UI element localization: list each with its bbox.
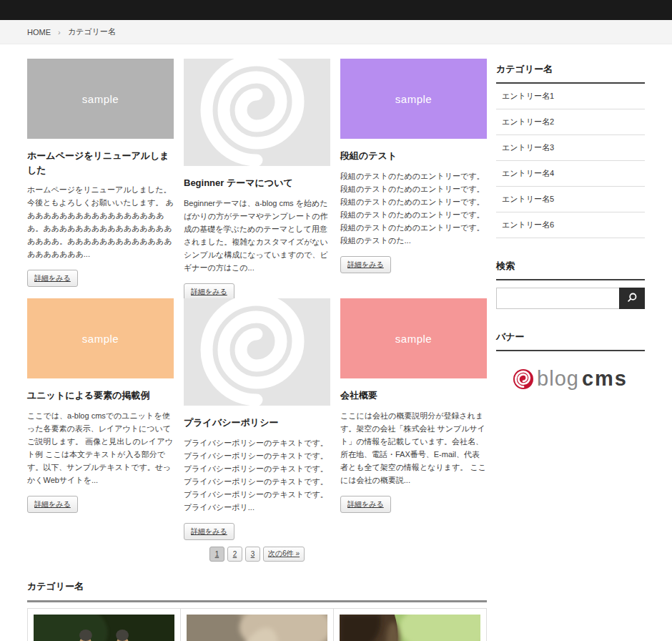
photo-cell xyxy=(28,609,180,641)
photo-deer-thumbnail[interactable] xyxy=(34,615,174,641)
entry-card: sample ホームページをリニューアルしました ホームページをリニューアルしま… xyxy=(27,59,174,298)
breadcrumb: HOME › カテゴリー名 xyxy=(0,20,672,44)
list-item: エントリー名6 xyxy=(496,212,645,238)
sidebar-banner-block: バナー blog cms xyxy=(496,331,645,391)
breadcrumb-current: カテゴリー名 xyxy=(68,26,116,37)
page-button-2[interactable]: 2 xyxy=(227,547,242,562)
sample-image-label: sample xyxy=(395,93,432,105)
sidebar-search-title: 検索 xyxy=(496,260,645,280)
sidebar-entry-link-3[interactable]: エントリー名3 xyxy=(496,135,645,160)
entry-excerpt: ここには会社の概要説明分が登録されます。架空の会社「株式会社 サンプルサイト」の… xyxy=(340,409,487,486)
entry-excerpt: ホームページをリニューアルしました。 今後ともよろしくお願いいたします。 あああ… xyxy=(27,183,174,260)
entry-thumbnail-ablogcms-swirl-icon[interactable] xyxy=(184,298,330,406)
section-rule xyxy=(27,600,487,602)
page-button-1[interactable]: 1 xyxy=(209,547,224,562)
entry-title-link[interactable]: Beginner テーマについて xyxy=(184,176,330,190)
sidebar-entry-link-1[interactable]: エントリー名1 xyxy=(496,84,645,109)
entry-thumbnail[interactable]: sample xyxy=(340,59,487,139)
photo-cell xyxy=(333,609,486,641)
bottom-category-section: カテゴリー名 xyxy=(27,580,487,641)
entry-thumbnail[interactable]: sample xyxy=(27,298,174,378)
entry-title-link[interactable]: 段組のテスト xyxy=(340,149,487,163)
top-header-bar xyxy=(0,0,672,20)
sample-image-label: sample xyxy=(395,333,432,345)
entry-title-link[interactable]: プライバシーポリシー xyxy=(184,416,330,430)
entry-card: sample 段組のテスト 段組のテストのためのエントリーです。段組のテストのた… xyxy=(340,59,487,298)
detail-button[interactable]: 詳細をみる xyxy=(27,496,78,513)
sidebar-entry-list: エントリー名1 エントリー名2 エントリー名3 エントリー名4 エントリー名5 … xyxy=(496,84,645,238)
ablogcms-banner-link[interactable]: blog cms xyxy=(496,367,645,391)
detail-button[interactable]: 詳細をみる xyxy=(340,496,391,513)
entry-excerpt: 段組のテストのためのエントリーです。段組のテストのためのエントリーです。段組のテ… xyxy=(340,170,487,247)
entry-grid: sample ホームページをリニューアルしました ホームページをリニューアルしま… xyxy=(27,59,487,540)
main-column: sample ホームページをリニューアルしました ホームページをリニューアルしま… xyxy=(27,44,487,641)
search-form xyxy=(496,288,645,309)
search-input[interactable] xyxy=(496,288,619,309)
pagination: 1 2 3 次の6件 » xyxy=(27,547,487,562)
entry-excerpt: Beginnerテーマは、a-blog cms を始めたばかりの方がテーマやテン… xyxy=(184,197,330,274)
sample-image-label: sample xyxy=(82,93,119,105)
photo-rocky-closeup-thumbnail[interactable] xyxy=(187,615,327,641)
entry-thumbnail[interactable]: sample xyxy=(27,59,174,139)
sidebar-entry-link-4[interactable]: エントリー名4 xyxy=(496,161,645,186)
logo-text-blog: blog xyxy=(537,367,579,391)
logo-text-cms: cms xyxy=(582,367,628,391)
detail-button[interactable]: 詳細をみる xyxy=(184,523,234,540)
bottom-section-title: カテゴリー名 xyxy=(27,580,487,593)
sidebar: カテゴリー名 エントリー名1 エントリー名2 エントリー名3 エントリー名4 エ… xyxy=(496,44,645,412)
entry-card: プライバシーポリシー プライバシーポリシーのテキストです。プライバシーポリシーの… xyxy=(184,298,330,540)
list-item: エントリー名3 xyxy=(496,135,645,161)
sidebar-entry-link-2[interactable]: エントリー名2 xyxy=(496,109,645,134)
list-item: エントリー名1 xyxy=(496,84,645,109)
list-item: エントリー名2 xyxy=(496,109,645,135)
list-item: エントリー名5 xyxy=(496,187,645,212)
entry-card: sample ユニットによる要素の掲載例 ここでは、a-blog cmsでのユニ… xyxy=(27,298,174,540)
detail-button[interactable]: 詳細をみる xyxy=(340,256,391,273)
entry-thumbnail[interactable]: sample xyxy=(340,298,487,378)
breadcrumb-separator-icon: › xyxy=(58,28,61,36)
sample-image-label: sample xyxy=(82,333,119,345)
list-item: エントリー名4 xyxy=(496,161,645,187)
breadcrumb-home-link[interactable]: HOME xyxy=(27,28,51,36)
sidebar-entry-link-6[interactable]: エントリー名6 xyxy=(496,212,645,238)
search-button[interactable] xyxy=(619,288,645,309)
next-page-button[interactable]: 次の6件 » xyxy=(263,547,305,562)
photo-cell xyxy=(180,609,333,641)
entry-excerpt: プライバシーポリシーのテキストです。プライバシーポリシーのテキストです。プライバ… xyxy=(184,436,330,514)
entry-card: Beginner テーマについて Beginnerテーマは、a-blog cms… xyxy=(184,59,330,298)
magnifier-icon xyxy=(626,291,638,306)
ablogcms-logo-mark-icon xyxy=(513,369,533,389)
page-button-3[interactable]: 3 xyxy=(245,547,260,562)
entry-thumbnail-ablogcms-swirl-icon[interactable] xyxy=(184,59,330,166)
sidebar-banner-title: バナー xyxy=(496,331,645,351)
entry-card: sample 会社概要 ここには会社の概要説明分が登録されます。架空の会社「株式… xyxy=(340,298,487,540)
sidebar-category-title: カテゴリー名 xyxy=(496,63,645,84)
entry-title-link[interactable]: ホームページをリニューアルしました xyxy=(27,149,174,177)
photo-grid xyxy=(27,608,487,641)
sidebar-entry-link-5[interactable]: エントリー名5 xyxy=(496,187,645,212)
entry-excerpt: ここでは、a-blog cmsでのユニットを使った各要素の表示、レイアウトについ… xyxy=(27,409,174,486)
sidebar-search-block: 検索 xyxy=(496,260,645,309)
sidebar-category-block: カテゴリー名 エントリー名1 エントリー名2 エントリー名3 エントリー名4 エ… xyxy=(496,63,645,238)
entry-title-link[interactable]: ユニットによる要素の掲載例 xyxy=(27,388,174,403)
detail-button[interactable]: 詳細をみる xyxy=(27,270,78,287)
photo-moose-thumbnail[interactable] xyxy=(340,615,480,641)
entry-title-link[interactable]: 会社概要 xyxy=(340,388,487,403)
